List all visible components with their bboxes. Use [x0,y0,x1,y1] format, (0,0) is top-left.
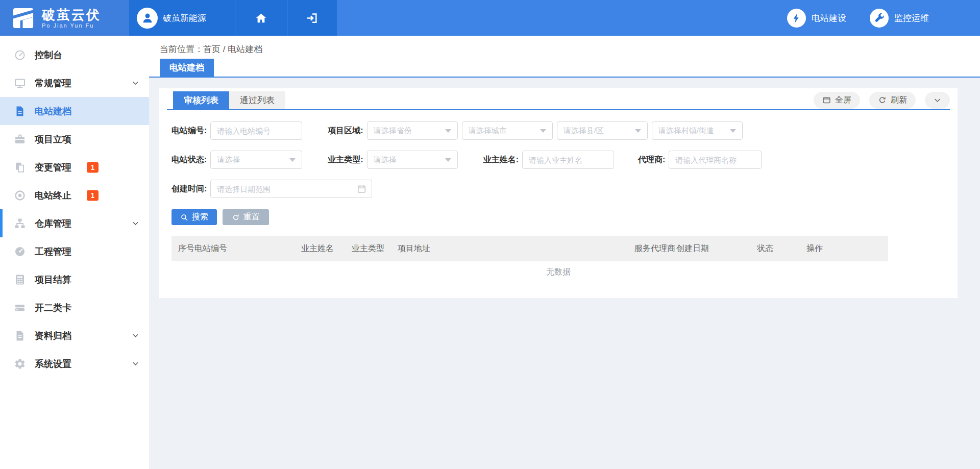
search-button[interactable]: 搜索 [172,209,217,225]
city-placeholder: 请选择城市 [469,126,507,136]
app-header: 破茧云伏 Po Jian Yun Fu 破茧新能源 电站建设 监控运维 [0,0,980,36]
column-header-status: 状态 [757,243,806,254]
fullscreen-icon [822,96,831,105]
sidebar-item-label: 常规管理 [35,77,71,89]
sidebar-item-warehouse-mgmt[interactable]: 仓库管理 [0,209,149,237]
sidebar-item-data-archive[interactable]: 资料归档 [0,322,149,350]
sidebar-item-project-settlement[interactable]: 项目结算 [0,265,149,293]
sidebar-item-open-card[interactable]: 开二类卡 [0,293,149,322]
panel-tab-bar: 审核列表 通过列表 全屏 刷新 [167,88,950,110]
select-caret-icon [730,129,736,133]
tab-review-list[interactable]: 审核列表 [173,91,229,109]
select-caret-icon [445,129,451,133]
search-label: 搜索 [192,212,208,223]
card-icon [14,302,26,314]
collapse-button[interactable] [925,92,950,109]
logo-subtitle: Po Jian Yun Fu [42,22,101,29]
nav-monitoring[interactable]: 监控运维 [870,9,929,28]
header-right-nav: 电站建设 监控运维 [337,0,980,36]
station-no-label: 电站编号: [172,126,207,136]
sidebar-item-label: 仓库管理 [35,217,71,230]
column-header-agent: 服务代理商 [634,243,676,254]
reset-button[interactable]: 重置 [223,209,269,225]
city-select[interactable]: 请选择城市 [462,121,553,140]
chevron-down-icon [934,96,941,104]
logo-title: 破茧云伏 [42,8,101,22]
filter-row-1: 电站编号: 项目区域: 请选择省份 请选择城市 请选择县/区 [172,121,945,140]
tab-passed-list[interactable]: 通过列表 [229,91,285,109]
column-header-seq: 序号 [172,243,194,254]
county-placeholder: 请选择县/区 [564,126,604,136]
filter-row-2: 电站状态: 请选择 业主类型: 请选择 业主姓名: 代理商: [172,151,945,169]
sidebar-item-engineering-mgmt[interactable]: 工程管理 [0,237,149,265]
column-header-created: 创建日期 [676,243,757,254]
sidebar-item-label: 电站终止 [35,189,71,202]
breadcrumb-path[interactable]: 首页 / 电站建档 [203,44,262,54]
sidebar-item-label: 控制台 [35,49,62,61]
agent-label: 代理商: [638,155,665,165]
filter-form: 电站编号: 项目区域: 请选择省份 请选择城市 请选择县/区 [159,110,958,198]
station-no-input[interactable] [210,121,302,140]
home-button[interactable] [235,0,287,36]
chevron-down-icon [132,332,139,339]
county-select[interactable]: 请选择县/区 [557,121,648,140]
page-tab-station-filing[interactable]: 电站建档 [160,59,214,77]
select-caret-icon [540,129,546,133]
results-table: 序号 电站编号 业主姓名 业主类型 项目地址 服务代理商 创建日期 状态 操作 … [172,236,945,283]
gauge-icon [14,245,26,258]
panel-toolbar: 全屏 刷新 [814,92,950,109]
logo-icon [11,6,35,30]
sidebar-item-system-settings[interactable]: 系统设置 [0,350,149,378]
owner-name-input[interactable] [522,151,614,169]
owner-type-select[interactable]: 请选择 [367,151,458,169]
lightning-icon [787,9,806,28]
search-icon [180,213,188,221]
sidebar-item-label: 项目立项 [35,133,71,145]
fullscreen-button[interactable]: 全屏 [814,92,860,109]
column-header-owner-name: 业主姓名 [301,243,352,254]
wrench-icon [870,9,889,28]
sidebar-item-change-mgmt[interactable]: 变更管理 1 [0,153,149,181]
logout-button[interactable] [287,0,337,36]
owner-name-label: 业主姓名: [483,155,519,165]
notification-badge: 1 [87,190,99,201]
fullscreen-label: 全屏 [835,95,851,106]
sidebar-item-label: 电站建档 [35,105,71,117]
status-label: 电站状态: [172,155,207,165]
user-menu[interactable]: 破茧新能源 [129,0,235,36]
select-caret-icon [635,129,641,133]
sidebar-item-general-mgmt[interactable]: 常规管理 [0,69,149,97]
status-placeholder: 请选择 [217,155,240,165]
breadcrumb-label: 当前位置： [160,44,203,54]
sidebar-item-project-initiation[interactable]: 项目立项 [0,125,149,153]
reset-label: 重置 [243,212,260,223]
date-range-input[interactable] [210,180,372,198]
calendar-icon [357,184,366,194]
owner-type-placeholder: 请选择 [374,155,397,165]
monitor-icon [14,77,26,89]
company-name: 破茧新能源 [163,12,206,24]
town-select[interactable]: 请选择村镇/街道 [652,121,743,140]
region-label: 项目区域: [328,126,363,136]
town-placeholder: 请选择村镇/街道 [658,126,714,136]
column-header-station-no: 电站编号 [194,243,301,254]
breadcrumb-band: 当前位置：首页 / 电站建档 电站建档 [149,36,980,78]
target-icon [14,189,26,202]
province-select[interactable]: 请选择省份 [367,121,458,140]
sidebar-item-station-filing[interactable]: 电站建档 [0,97,149,125]
chevron-down-icon [132,79,139,87]
sidebar-item-label: 工程管理 [35,245,71,258]
breadcrumb: 当前位置：首页 / 电站建档 [149,36,980,55]
calculator-icon [14,274,26,286]
document-icon [14,105,26,117]
sidebar-item-console[interactable]: 控制台 [0,41,149,69]
filter-row-3: 创建时间: [172,180,945,198]
status-select[interactable]: 请选择 [210,151,302,169]
refresh-button[interactable]: 刷新 [869,92,916,109]
agent-input[interactable] [669,151,762,169]
sidebar-item-station-termination[interactable]: 电站终止 1 [0,181,149,209]
sidebar-item-label: 项目结算 [35,274,71,286]
column-header-actions: 操作 [806,243,888,254]
sitemap-icon [14,217,26,230]
nav-station-construction[interactable]: 电站建设 [787,9,846,28]
